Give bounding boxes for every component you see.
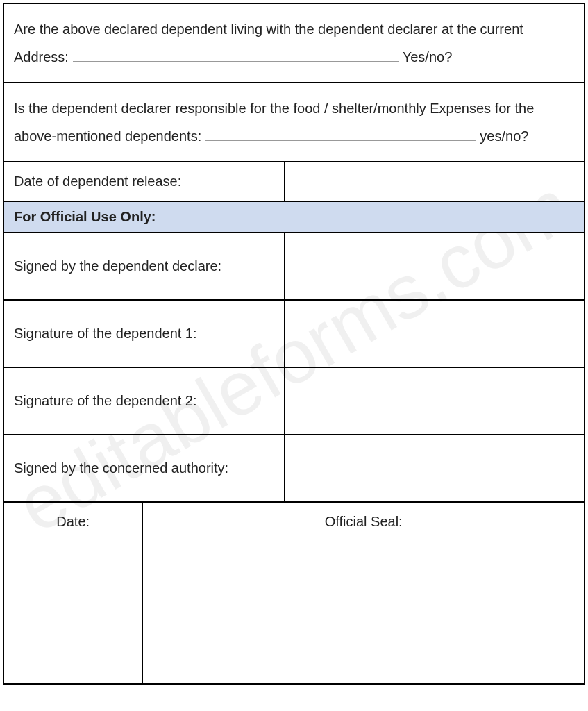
signed-declare-row: Signed by the dependent declare: xyxy=(4,233,584,301)
q2-suffix: yes/no? xyxy=(480,128,528,144)
q1-line1: Are the above declared dependent living … xyxy=(14,22,523,37)
signed-authority-row: Signed by the concerned authority: xyxy=(4,435,584,503)
date-release-value[interactable] xyxy=(285,162,584,201)
bottom-row: Date: Official Seal: xyxy=(4,503,584,683)
date-column[interactable]: Date: xyxy=(4,503,143,683)
sig-dep2-value[interactable] xyxy=(285,368,584,434)
address-input-line[interactable] xyxy=(73,45,399,62)
signed-authority-value[interactable] xyxy=(285,435,584,501)
date-release-label: Date of dependent release: xyxy=(4,162,285,201)
q2-label: above-mentioned dependents: xyxy=(14,128,201,144)
signed-declare-label: Signed by the dependent declare: xyxy=(4,233,285,299)
q2-line1: Is the dependent declarer responsible fo… xyxy=(14,101,534,116)
question-responsible: Is the dependent declarer responsible fo… xyxy=(4,83,584,162)
date-release-row: Date of dependent release: xyxy=(4,162,584,202)
signed-declare-value[interactable] xyxy=(285,233,584,299)
q1-address-label: Address: xyxy=(14,49,69,65)
q1-suffix: Yes/no? xyxy=(403,49,453,65)
sig-dep1-value[interactable] xyxy=(285,301,584,367)
question-living-with: Are the above declared dependent living … xyxy=(4,4,584,83)
sig-dep1-row: Signature of the dependent 1: xyxy=(4,301,584,368)
date-label: Date: xyxy=(56,514,90,529)
seal-column[interactable]: Official Seal: xyxy=(143,503,584,683)
signed-authority-label: Signed by the concerned authority: xyxy=(4,435,285,501)
dependents-input-line[interactable] xyxy=(205,124,476,141)
official-use-header: For Official Use Only: xyxy=(4,202,584,233)
sig-dep2-row: Signature of the dependent 2: xyxy=(4,368,584,435)
sig-dep1-label: Signature of the dependent 1: xyxy=(4,301,285,367)
form-table: Are the above declared dependent living … xyxy=(3,3,585,685)
seal-label: Official Seal: xyxy=(325,514,403,529)
sig-dep2-label: Signature of the dependent 2: xyxy=(4,368,285,434)
